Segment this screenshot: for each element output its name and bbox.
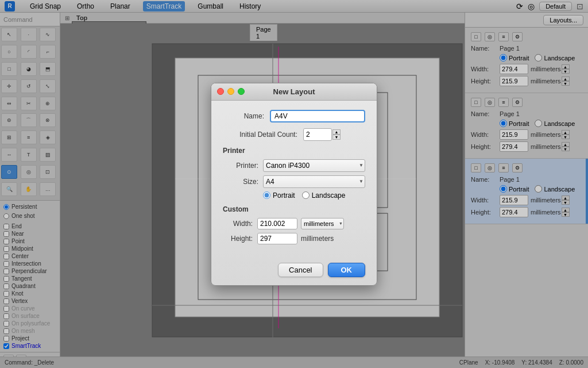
custom-section-label: Custom [223,205,365,213]
size-row: Size: A4 ▼ [223,175,365,188]
detail-count-stepper[interactable]: ▲ ▼ [332,129,341,140]
ok-button[interactable]: OK [328,263,366,277]
printer-select[interactable]: Canon iP4300 [263,159,365,172]
printer-select-wrapper: Canon iP4300 ▼ [263,159,365,172]
printer-section-label: Printer [223,147,365,155]
name-row: Name: [223,110,365,122]
custom-height-unit: millimeters [301,235,334,243]
modal-footer: Cancel OK [211,257,377,285]
custom-width-label: Width: [223,220,257,228]
orientation-row: Portrait Landscape [263,191,365,200]
detail-count-row: Initial Detail Count: ▲ ▼ [223,128,365,141]
modal-body: Name: Initial Detail Count: ▲ ▼ Printer … [211,101,377,257]
unit-select[interactable]: millimeters [301,218,344,229]
new-layout-dialog: New Layout Name: Initial Detail Count: ▲… [211,83,377,286]
custom-section: Custom Width: millimeters ▼ Heig [223,205,365,244]
modal-titlebar: New Layout [211,83,377,101]
landscape-label[interactable]: Landscape [302,191,346,200]
size-select-wrapper: A4 ▼ [263,175,365,188]
unit-select-wrapper: millimeters ▼ [301,218,344,229]
size-label: Size: [223,178,263,186]
modal-overlay: New Layout Name: Initial Detail Count: ▲… [0,0,588,368]
portrait-label[interactable]: Portrait [263,191,295,200]
custom-width-unit: millimeters ▼ [301,218,344,229]
close-button[interactable] [217,88,224,95]
maximize-button[interactable] [238,88,245,95]
custom-height-label: Height: [223,235,257,243]
custom-width-row: Width: millimeters ▼ [223,218,365,229]
printer-label: Printer: [223,162,263,170]
traffic-lights [217,88,245,95]
detail-count-input[interactable] [303,128,332,141]
landscape-radio[interactable] [302,191,310,199]
custom-height-input[interactable] [257,233,297,244]
modal-title: New Layout [273,87,315,96]
printer-section: Printer Printer: Canon iP4300 ▼ Size: A [223,147,365,200]
detail-count-down[interactable]: ▼ [332,135,341,140]
custom-width-input[interactable] [257,218,297,229]
name-field-label: Name: [223,112,270,120]
name-input[interactable] [270,110,365,122]
detail-count-label: Initial Detail Count: [223,131,303,139]
cancel-button[interactable]: Cancel [278,263,323,277]
detail-count-up[interactable]: ▲ [332,129,341,135]
printer-row: Printer: Canon iP4300 ▼ [223,159,365,172]
custom-height-row: Height: millimeters [223,233,365,244]
size-select[interactable]: A4 [263,175,365,188]
portrait-radio[interactable] [263,191,270,199]
minimize-button[interactable] [227,88,234,95]
